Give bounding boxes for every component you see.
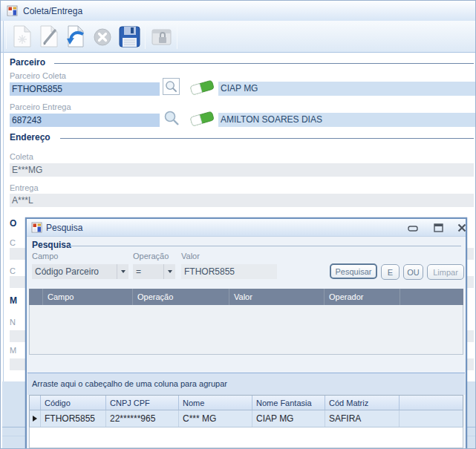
campo-combobox[interactable]: Código Parceiro (32, 264, 128, 279)
window-title: Coleta/Entrega (23, 6, 82, 16)
edit-icon (38, 24, 60, 48)
results-grid-empty-area[interactable] (29, 427, 463, 448)
endereco-group-line (60, 138, 474, 139)
new-button[interactable] (9, 23, 36, 50)
criteria-grid-header: Campo Operação Valor Operador (29, 289, 463, 305)
parceiro-coleta-input[interactable]: FTHOR5855 (10, 82, 160, 96)
winform-icon (7, 5, 19, 17)
table-row[interactable]: FTHOR5855 22******965 C*** MG CIAP MG SA… (29, 410, 463, 427)
main-titlebar: Coleta/Entrega (1, 1, 476, 21)
parceiro-coleta-search-button[interactable] (163, 78, 180, 95)
dialog-title: Pesquisa (46, 223, 82, 233)
eraser-icon (189, 108, 215, 128)
parceiro-entrega-label: Parceiro Entrega (10, 102, 71, 111)
obscured-label: M (10, 346, 16, 355)
cell-cod-matriz: SAFIRA (325, 410, 399, 427)
winform-icon (31, 222, 43, 234)
valor-input[interactable]: FTHOR5855 (181, 264, 277, 279)
save-icon (117, 24, 141, 48)
endereco-entrega-label: Entrega (10, 183, 39, 192)
edit-button[interactable] (36, 23, 62, 50)
results-grid-header: Código CNPJ CPF Nome Nome Fantasia Cód M… (29, 395, 463, 410)
undo-button[interactable] (62, 23, 89, 50)
endereco-coleta-field[interactable]: E***MG (10, 163, 474, 177)
undo-icon (65, 24, 87, 48)
endereco-group-header: Endereço (10, 132, 50, 142)
parceiro-entrega-clear-button[interactable] (189, 108, 215, 131)
magnifier-icon (164, 79, 178, 94)
pesquisa-dialog: Pesquisa Pesquisa Campo Operação Valor C… (25, 217, 467, 449)
limpar-button[interactable]: Limpar (427, 264, 464, 280)
minimize-icon (408, 223, 418, 232)
screen: Coleta/Entrega (0, 0, 476, 449)
maximize-icon (434, 223, 443, 232)
obscured-label: N (10, 318, 16, 327)
criteria-selector-column (29, 289, 42, 305)
obscured-group-header: M (10, 295, 17, 306)
criteria-column-campo[interactable]: Campo (42, 289, 132, 305)
cell-nome: C*** MG (178, 410, 252, 427)
operacao-combobox-value: = (133, 266, 163, 277)
criteria-column-filler (400, 289, 463, 305)
cancel-icon (91, 24, 114, 48)
campo-label: Campo (32, 252, 58, 260)
parceiro-entrega-input[interactable]: 687243 (10, 114, 160, 127)
obscured-group-header: O (10, 218, 16, 229)
group-by-band[interactable]: Arraste aqui o cabeçalho de uma coluna p… (27, 373, 465, 395)
cell-filler (399, 410, 463, 427)
criteria-column-valor[interactable]: Valor (229, 289, 324, 305)
results-selector-column (30, 396, 40, 410)
pesquisa-group-line (69, 246, 461, 246)
parceiro-entrega-search-button[interactable] (163, 109, 180, 130)
parceiro-coleta-clear-button[interactable] (189, 77, 215, 99)
close-icon (457, 223, 466, 232)
criteria-column-operador[interactable]: Operador (324, 289, 400, 305)
cell-codigo: FTHOR5855 (40, 410, 105, 427)
cell-nome-fantasia: CIAP MG (252, 410, 325, 427)
cell-cnpj-cpf: 22******965 (105, 410, 178, 427)
results-column-cod-matriz[interactable]: Cód Matriz (325, 396, 399, 410)
results-column-filler (399, 396, 463, 410)
operacao-label: Operação (133, 252, 169, 260)
lock-button[interactable] (148, 23, 175, 50)
results-column-codigo[interactable]: Código (40, 396, 105, 410)
minimize-button[interactable] (407, 223, 419, 232)
close-button[interactable] (456, 223, 467, 232)
endereco-coleta-label: Coleta (10, 152, 33, 161)
e-button[interactable]: E (381, 264, 400, 280)
window-left-border (3, 21, 4, 381)
parceiro-entrega-name: AMILTON SOARES DIAS (218, 113, 476, 127)
parceiro-coleta-name: CIAP MG (218, 82, 476, 96)
cancel-button[interactable] (89, 23, 116, 50)
results-column-cnpj-cpf[interactable]: CNPJ CPF (105, 396, 178, 410)
toolbar-separator (177, 24, 177, 49)
parceiro-group-header: Parceiro (10, 57, 45, 68)
new-document-icon (11, 24, 33, 48)
endereco-entrega-field[interactable]: A***L (10, 194, 474, 207)
dialog-titlebar[interactable]: Pesquisa (27, 219, 466, 237)
chevron-down-icon[interactable] (163, 264, 175, 279)
campo-combobox-value: Código Parceiro (32, 266, 117, 277)
maximize-button[interactable] (432, 223, 444, 232)
parceiro-coleta-label: Parceiro Coleta (10, 71, 66, 80)
save-button[interactable] (116, 23, 143, 50)
main-toolbar (1, 21, 476, 53)
pesquisa-group-header: Pesquisa (32, 240, 71, 250)
toolbar-separator (6, 24, 7, 49)
lock-icon (149, 24, 173, 48)
ou-button[interactable]: OU (403, 264, 423, 280)
pesquisar-button[interactable]: Pesquisar (330, 263, 377, 279)
chevron-down-icon[interactable] (117, 264, 128, 279)
eraser-icon (189, 77, 215, 96)
obscured-label: C (10, 238, 16, 247)
magnifier-icon (163, 109, 180, 127)
operacao-combobox[interactable]: = (133, 264, 175, 279)
valor-label: Valor (181, 252, 200, 260)
results-column-nome[interactable]: Nome (178, 396, 252, 410)
row-indicator-icon (33, 416, 37, 422)
toolbar-separator (145, 24, 146, 49)
criteria-column-operacao[interactable]: Operação (132, 289, 229, 305)
criteria-grid-empty-area[interactable] (29, 305, 463, 355)
results-column-nome-fantasia[interactable]: Nome Fantasia (252, 396, 325, 410)
row-indicator (30, 410, 40, 427)
